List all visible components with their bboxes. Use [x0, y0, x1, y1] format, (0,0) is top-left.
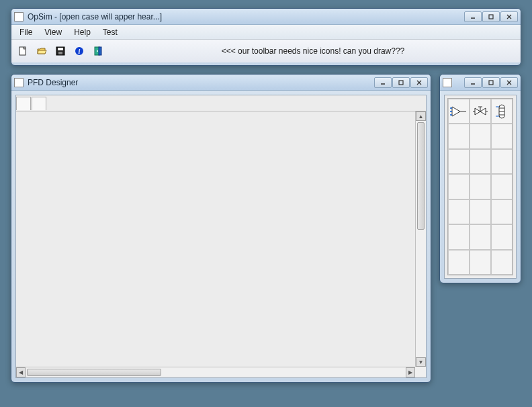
palette-empty[interactable]	[448, 149, 470, 174]
toolbar: i <<< our toolbar needs nice icons! can …	[11, 40, 521, 62]
menubar: File View Help Test	[11, 25, 521, 40]
minimize-button[interactable]	[464, 11, 482, 22]
svg-point-12	[97, 50, 98, 52]
palette-empty[interactable]	[470, 124, 491, 148]
vertical-scrollbar[interactable]: ▲ ▼	[415, 111, 426, 367]
palette-item-mixer[interactable]	[448, 99, 470, 124]
svg-rect-7	[58, 52, 62, 54]
pfd-title: PFD Designer	[28, 78, 374, 87]
mixer-icon	[450, 103, 468, 120]
svg-rect-14	[399, 81, 403, 85]
palette-empty[interactable]	[491, 224, 513, 249]
column-icon	[493, 103, 511, 120]
new-icon[interactable]	[15, 44, 30, 58]
menu-help[interactable]: Help	[69, 26, 96, 38]
palette-item-column[interactable]	[491, 99, 513, 124]
main-window: OpSim - [open case will apper hear...] F…	[11, 8, 521, 66]
pfd-tab-1[interactable]	[16, 97, 31, 110]
palette-window	[439, 74, 521, 283]
svg-rect-18	[489, 81, 493, 85]
open-icon[interactable]	[34, 44, 49, 58]
palette-empty[interactable]	[448, 224, 470, 249]
menu-file[interactable]: File	[14, 26, 38, 38]
palette-titlebar[interactable]	[440, 75, 521, 91]
palette-empty[interactable]	[470, 174, 491, 199]
palette-grid	[447, 98, 513, 275]
main-window-controls	[464, 11, 518, 22]
app-icon	[14, 12, 24, 21]
toolbar-message: <<< our toolbar needs nice icons! can yo…	[109, 46, 517, 56]
palette-empty[interactable]	[491, 174, 513, 199]
pfd-client: ▲ ▼ ◀ ▶	[15, 95, 427, 378]
close-button[interactable]	[500, 11, 518, 22]
palette-empty[interactable]	[470, 250, 491, 275]
palette-empty[interactable]	[448, 199, 470, 224]
svg-rect-1	[489, 15, 493, 19]
scroll-left-icon[interactable]: ◀	[16, 367, 26, 377]
palette-empty[interactable]	[491, 199, 513, 224]
horizontal-scroll-thumb[interactable]	[27, 369, 161, 376]
main-titlebar[interactable]: OpSim - [open case will apper hear...]	[11, 9, 521, 25]
scroll-up-icon[interactable]: ▲	[416, 111, 426, 121]
palette-empty[interactable]	[448, 250, 470, 275]
maximize-button[interactable]	[392, 77, 410, 88]
pfd-window: PFD Designer ▲ ▼ ◀ ▶	[11, 74, 431, 383]
svg-rect-11	[99, 47, 101, 55]
pfd-tabstrip	[16, 95, 426, 111]
main-title: OpSim - [open case will apper hear...]	[28, 12, 464, 21]
scroll-corner	[415, 367, 426, 377]
palette-empty[interactable]	[491, 124, 513, 148]
svg-rect-6	[58, 48, 63, 50]
palette-empty[interactable]	[491, 149, 513, 174]
palette-client	[444, 95, 517, 279]
close-button[interactable]	[500, 77, 518, 88]
save-icon[interactable]	[53, 44, 68, 58]
palette-empty[interactable]	[470, 199, 491, 224]
vertical-scroll-thumb[interactable]	[417, 122, 425, 230]
menu-test[interactable]: Test	[97, 26, 123, 38]
pfd-canvas[interactable]	[16, 111, 415, 367]
scroll-down-icon[interactable]: ▼	[416, 357, 426, 367]
menu-view[interactable]: View	[39, 26, 67, 38]
palette-empty[interactable]	[448, 124, 470, 148]
palette-empty[interactable]	[470, 149, 491, 174]
minimize-button[interactable]	[374, 77, 392, 88]
pfd-window-controls	[374, 77, 428, 88]
maximize-button[interactable]	[482, 11, 500, 22]
valve-icon	[472, 103, 489, 120]
horizontal-scrollbar[interactable]: ◀ ▶	[16, 367, 415, 377]
info-icon[interactable]: i	[72, 44, 87, 58]
pfd-tab-2[interactable]	[32, 97, 46, 110]
palette-item-valve[interactable]	[470, 99, 491, 124]
palette-empty[interactable]	[491, 250, 513, 275]
palette-window-icon	[443, 78, 452, 87]
pfd-titlebar[interactable]: PFD Designer	[11, 75, 431, 91]
maximize-button[interactable]	[482, 77, 500, 88]
palette-empty[interactable]	[470, 224, 491, 249]
minimize-button[interactable]	[464, 77, 482, 88]
pfd-window-icon	[14, 78, 24, 87]
svg-text:i: i	[79, 48, 81, 55]
palette-window-controls	[464, 77, 518, 88]
exit-icon[interactable]	[91, 44, 105, 58]
scroll-right-icon[interactable]: ▶	[406, 367, 415, 377]
palette-empty[interactable]	[448, 174, 470, 199]
close-button[interactable]	[410, 77, 428, 88]
